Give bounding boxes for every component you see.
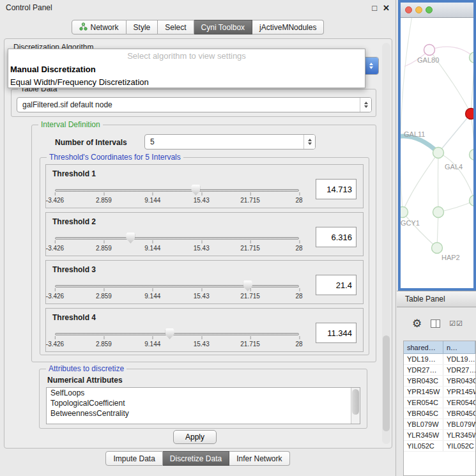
table-rows: YDL19… YDL19… YDR27… YDR27… YBR043C YBR0…	[404, 354, 475, 452]
slider-thumb[interactable]	[165, 328, 174, 339]
network-canvas[interactable]: GAL80GAL11GAL4GCY1HAP2	[401, 18, 473, 273]
network-edge[interactable]	[471, 114, 473, 155]
tab-network[interactable]: Network	[72, 20, 127, 35]
network-edge[interactable]	[438, 114, 471, 153]
slider-tick-label: 28	[295, 341, 302, 348]
slider-tick-label: -3.426	[46, 245, 64, 252]
slider-track[interactable]	[55, 285, 299, 288]
table-row[interactable]: YIL052C YIL052C	[404, 441, 475, 452]
threshold-slider[interactable]: -3.4262.8599.14415.4321.71528	[55, 280, 299, 302]
table-row[interactable]: YER054C YER054C	[404, 397, 475, 408]
network-edge[interactable]	[438, 153, 439, 212]
table-data-combobox[interactable]: galFiltered.sif default node	[17, 97, 372, 112]
network-node[interactable]	[433, 148, 444, 158]
close-traffic-light-icon[interactable]	[405, 6, 412, 13]
tab-jactivemnodules[interactable]: jActiveMNodules	[252, 20, 324, 35]
table-row[interactable]: YDL19… YDL19…	[404, 354, 475, 365]
dropdown-option-manual-discretization[interactable]: Manual Discretization	[8, 63, 365, 75]
network-view-window[interactable]: GAL80GAL11GAL4GCY1HAP2	[398, 0, 476, 291]
apply-button[interactable]: Apply	[173, 430, 217, 444]
network-edge[interactable]	[403, 212, 437, 248]
number-of-intervals-combobox[interactable]: 5	[144, 134, 316, 150]
list-scrollbar[interactable]	[351, 388, 360, 424]
tab-select-label: Select	[165, 23, 186, 32]
select-columns-icon[interactable]: ☑☑	[449, 319, 463, 328]
slider-thumb[interactable]	[191, 185, 200, 196]
float-window-icon[interactable]: □	[372, 3, 377, 13]
network-node[interactable]	[470, 196, 474, 206]
slider-thumb[interactable]	[243, 280, 252, 291]
slider-track[interactable]	[55, 333, 299, 335]
network-edge[interactable]	[438, 153, 473, 201]
dropdown-option-equal-width[interactable]: Equal Width/Frequency Discretization	[8, 75, 365, 88]
network-node[interactable]	[424, 45, 435, 56]
slider-thumb[interactable]	[126, 233, 135, 243]
threshold-value-input[interactable]	[316, 323, 357, 343]
list-scrollbar-thumb[interactable]	[352, 389, 359, 415]
threshold-value-input[interactable]	[316, 227, 357, 247]
minimize-traffic-light-icon[interactable]	[415, 6, 422, 13]
attribute-item[interactable]: TopologicalCoefficient	[47, 398, 360, 408]
slider-ticks: -3.4262.8599.14415.4321.71528	[55, 245, 299, 253]
attribute-item[interactable]: BetweennessCentrality	[47, 408, 360, 418]
network-window-titlebar[interactable]	[401, 3, 473, 18]
numerical-attributes-list[interactable]: SelfLoopsTopologicalCoefficientBetweenne…	[46, 387, 360, 424]
panel-scrollbar-thumb[interactable]	[383, 335, 390, 431]
algorithm-dropdown-popup: Select algorithm to view settings Manual…	[8, 49, 365, 88]
attribute-item[interactable]: SelfLoops	[47, 388, 360, 398]
threshold-slider[interactable]: -3.4262.8599.14415.4321.71528	[55, 184, 299, 206]
table-row[interactable]: YPR145W YPR145W	[404, 387, 475, 397]
network-node[interactable]	[433, 207, 444, 218]
slider-tick-label: 2.859	[96, 293, 112, 300]
network-edge[interactable]	[403, 153, 438, 212]
slider-tick-label: 15.43	[194, 197, 210, 204]
bottom-tab-bar: Impute Data Discretize Data Infer Networ…	[0, 451, 395, 466]
threshold-slider[interactable]: -3.4262.8599.14415.4321.71528	[55, 328, 299, 349]
tab-discretize-data-label: Discretize Data	[170, 454, 222, 463]
table-row[interactable]: YBR043C YBR043C	[404, 376, 475, 387]
top-tab-bar: Network Style Select Cyni Toolbox jActiv…	[0, 20, 395, 35]
column-header-shared-name[interactable]: shared…	[404, 341, 443, 354]
table-cell-name: YBR045C	[443, 408, 475, 418]
tab-infer-network[interactable]: Infer Network	[229, 451, 289, 466]
table-row[interactable]: YDR27… YDR27…	[404, 365, 475, 376]
table-row[interactable]: YBL079W YBL079W	[404, 419, 475, 430]
dropdown-placeholder-option[interactable]: Select algorithm to view settings	[8, 49, 365, 63]
network-graph[interactable]: GAL80GAL11GAL4GCY1HAP2	[401, 18, 473, 273]
attributes-group: Attributes to discretize Numerical Attri…	[39, 369, 367, 429]
slider-ticks: -3.4262.8599.14415.4321.71528	[55, 293, 299, 301]
combo-stepper-icon[interactable]	[303, 135, 315, 149]
combo-stepper-icon[interactable]	[360, 98, 371, 112]
table-row[interactable]: YLR345W YLR345W	[404, 430, 475, 441]
tab-style[interactable]: Style	[127, 20, 158, 35]
threshold-slider[interactable]: -3.4262.8599.14415.4321.71528	[55, 232, 299, 254]
columns-icon[interactable]	[431, 319, 440, 328]
network-node[interactable]	[401, 207, 408, 218]
network-edge[interactable]	[401, 18, 412, 212]
network-node[interactable]	[432, 243, 443, 254]
network-edge[interactable]	[471, 58, 473, 114]
threshold-value-input[interactable]	[316, 179, 357, 199]
arrow-down-icon	[308, 142, 312, 147]
tab-impute-data[interactable]: Impute Data	[105, 451, 162, 466]
slider-tick-label: 21.715	[240, 341, 260, 348]
slider-track[interactable]	[55, 237, 299, 240]
column-header-name[interactable]: n…	[443, 341, 475, 354]
network-node[interactable]	[470, 150, 474, 160]
tab-style-label: Style	[134, 23, 151, 32]
slider-track[interactable]	[55, 189, 299, 192]
panel-scrollbar[interactable]	[382, 43, 390, 444]
table-row[interactable]: YBR045C YBR045C	[404, 408, 475, 419]
network-node[interactable]	[466, 109, 474, 119]
tab-select[interactable]: Select	[158, 20, 194, 35]
tab-jactivemnodules-label: jActiveMNodules	[259, 23, 316, 32]
threshold-value-input[interactable]	[316, 275, 357, 295]
network-edge[interactable]	[401, 136, 438, 153]
close-icon[interactable]: ✕	[383, 3, 390, 13]
table-panel-header: Table Panel	[397, 291, 476, 307]
tab-discretize-data[interactable]: Discretize Data	[163, 451, 229, 466]
gear-icon[interactable]: ⚙	[412, 318, 422, 329]
zoom-traffic-light-icon[interactable]	[426, 6, 433, 13]
tab-cyni-toolbox[interactable]: Cyni Toolbox	[194, 20, 252, 35]
thresholds-container: Threshold 1 -3.4262.8599.14415.4321.7152…	[40, 164, 369, 356]
